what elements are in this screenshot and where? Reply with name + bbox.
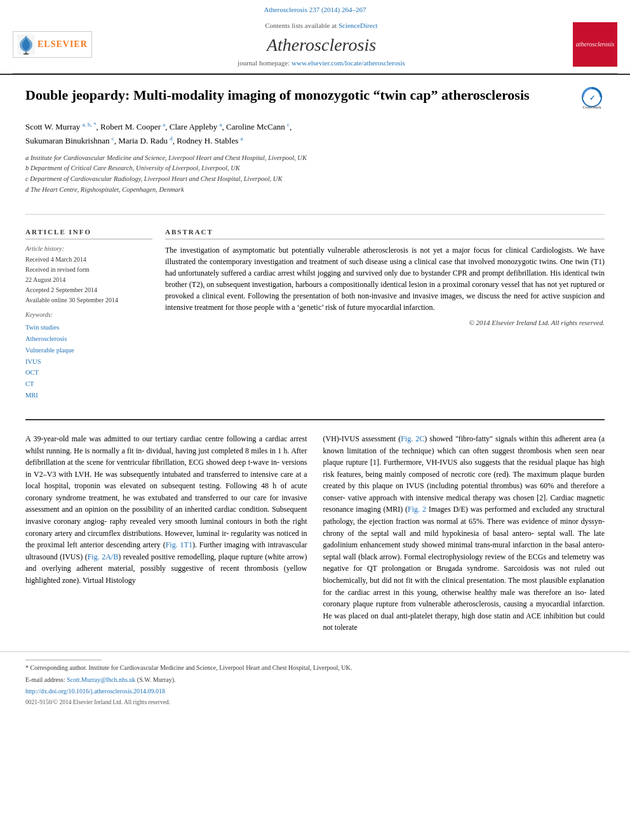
article-info-col: ARTICLE INFO Article history: Received 4… xyxy=(25,227,152,406)
footnote-star: * Corresponding author. Institute for Ca… xyxy=(25,663,605,672)
issn-line: 0021-9150/© 2014 Elsevier Ireland Ltd. A… xyxy=(25,698,605,707)
fig1-link[interactable]: Fig. 1T1 xyxy=(166,540,192,549)
keyword-ivus: IVUS xyxy=(25,356,152,368)
keywords-block: Keywords: Twin studies Atherosclerosis V… xyxy=(25,310,152,401)
author-stables: Rodney H. Stables a xyxy=(177,136,243,145)
abstract-text: The investigation of asymptomatic but po… xyxy=(165,244,605,313)
author-mccann: Caroline McCann c, xyxy=(226,122,292,131)
article-title-text: Double jeopardy: Multi-modality imaging … xyxy=(25,86,579,105)
fig2ab-link[interactable]: Fig. 2A/B xyxy=(88,552,119,561)
journal-cover-image: atherosclerosis xyxy=(573,22,617,67)
keyword-atherosclerosis: Atherosclerosis xyxy=(25,333,152,345)
fig2c-link[interactable]: Fig. 2C xyxy=(401,434,424,443)
body-section: A 39-year-old male was admitted to our t… xyxy=(0,427,630,645)
header-center: Contents lists available at ScienceDirec… xyxy=(70,21,573,68)
page: Atherosclerosis 237 (2014) 264–267 xyxy=(0,0,630,712)
homepage-link[interactable]: www.elsevier.com/locate/atherosclerosis xyxy=(292,59,405,67)
svg-text:✓: ✓ xyxy=(589,94,595,102)
article-info-heading: ARTICLE INFO xyxy=(25,227,152,239)
body-col-right: (VH)-IVUS assessment (Fig. 2C) showed "f… xyxy=(323,433,605,639)
keyword-vulnerable: Vulnerable plaque xyxy=(25,345,152,356)
author-radu: Maria D. Radu d, xyxy=(118,136,175,145)
author-cooper: Robert M. Cooper a, xyxy=(100,122,167,131)
article-title-section: Double jeopardy: Multi-modality imaging … xyxy=(0,75,630,207)
affiliations: a Institute for Cardiovascular Medicine … xyxy=(25,153,605,195)
abstract-heading: ABSTRACT xyxy=(165,227,605,239)
article-title: Double jeopardy: Multi-modality imaging … xyxy=(25,86,605,112)
info-abstract-section: ARTICLE INFO Article history: Received 4… xyxy=(0,221,630,413)
crossmark-badge[interactable]: ✓ CrossMark xyxy=(579,86,605,112)
body-col-left: A 39-year-old male was admitted to our t… xyxy=(25,433,307,639)
crossmark-icon: ✓ CrossMark xyxy=(580,86,604,112)
doi-link[interactable]: http://dx.doi.org/10.1016/j.atherosclero… xyxy=(25,688,165,695)
history-label: Article history: xyxy=(25,244,152,253)
svg-text:CrossMark: CrossMark xyxy=(582,105,601,109)
body-two-col: A 39-year-old male was admitted to our t… xyxy=(25,433,605,639)
doi-line[interactable]: http://dx.doi.org/10.1016/j.atherosclero… xyxy=(25,687,605,696)
author-murray: Scott W. Murray a, b, *, xyxy=(25,122,98,131)
authors-line: Scott W. Murray a, b, *, Robert M. Coope… xyxy=(25,119,605,147)
footer-section: * Corresponding author. Institute for Ca… xyxy=(0,651,630,712)
keyword-ct: CT xyxy=(25,378,152,390)
journal-ref: Atherosclerosis 237 (2014) 264–267 xyxy=(13,5,617,15)
body-para-2: (VH)-IVUS assessment (Fig. 2C) showed "f… xyxy=(323,433,605,634)
author-appleby: Clare Appleby a, xyxy=(170,122,224,131)
abstract-col: ABSTRACT The investigation of asymptomat… xyxy=(165,227,605,406)
affiliation-b: b Department of Critical Care Research, … xyxy=(25,163,605,173)
title-divider xyxy=(25,214,605,215)
fig2de-link[interactable]: Fig. 2 xyxy=(408,505,426,514)
author-binukrishnan: Sukumaran Binukrishnan c, xyxy=(25,136,116,145)
keyword-mri: MRI xyxy=(25,390,152,401)
journal-name: Atherosclerosis xyxy=(83,32,560,57)
body-para-1: A 39-year-old male was admitted to our t… xyxy=(25,433,307,587)
keywords-label: Keywords: xyxy=(25,310,152,319)
article-history-block: Article history: Received 4 March 2014 R… xyxy=(25,244,152,305)
email-link[interactable]: Scott.Murray@lhch.nhs.uk xyxy=(67,676,135,683)
journal-header: Atherosclerosis 237 (2014) 264–267 xyxy=(0,0,630,75)
keyword-oct: OCT xyxy=(25,367,152,378)
keyword-twin: Twin studies xyxy=(25,322,152,333)
affiliation-a: a Institute for Cardiovascular Medicine … xyxy=(25,153,605,163)
footnote-email: E-mail address: Scott.Murray@lhch.nhs.uk… xyxy=(25,675,605,684)
sciencedirect-link[interactable]: ScienceDirect xyxy=(338,22,378,29)
affiliation-c: c Department of Cardiovascular Radiology… xyxy=(25,174,605,184)
sciencedirect-line: Contents lists available at ScienceDirec… xyxy=(83,21,560,30)
footnote-divider xyxy=(25,660,102,660)
header-divider xyxy=(13,73,617,74)
abstract-copyright: © 2014 Elsevier Ireland Ltd. All rights … xyxy=(165,318,605,328)
homepage-line: journal homepage: www.elsevier.com/locat… xyxy=(83,58,560,68)
elsevier-logo: ELSEVIER xyxy=(13,31,70,58)
date-received: Received 4 March 2014 Received in revise… xyxy=(25,255,152,305)
elsevier-tree-icon xyxy=(17,34,35,55)
abstract-divider xyxy=(25,419,605,420)
affiliation-d: d The Heart Centre, Rigshospitalet, Cope… xyxy=(25,185,605,195)
